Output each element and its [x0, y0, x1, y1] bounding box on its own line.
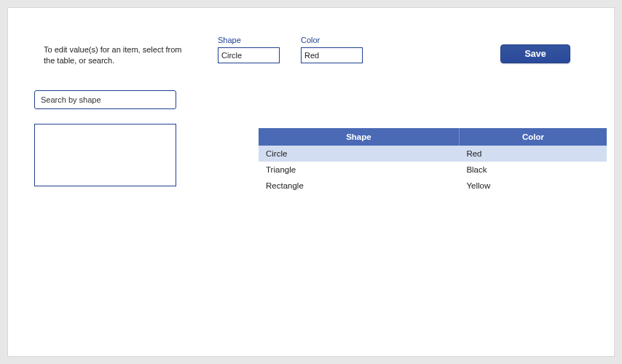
- table-cell-shape: Rectangle: [259, 178, 459, 194]
- color-label: Color: [301, 36, 363, 44]
- table-cell-color: Yellow: [459, 178, 607, 194]
- instructions-text: To edit value(s) for an item, select fro…: [44, 44, 182, 66]
- table-cell-shape: Circle: [259, 146, 459, 162]
- save-button[interactable]: Save: [500, 44, 570, 63]
- color-field-group: Color: [301, 36, 363, 63]
- table-cell-shape: Triangle: [259, 162, 459, 178]
- items-table: Shape Color Circle Red Triangle Black Re…: [259, 128, 607, 194]
- table-header-shape: Shape: [259, 128, 459, 146]
- table-header-color: Color: [459, 128, 607, 146]
- shape-input[interactable]: [218, 47, 280, 63]
- search-input[interactable]: [34, 90, 176, 109]
- table-row[interactable]: Triangle Black: [259, 162, 607, 178]
- search-results-list[interactable]: [34, 124, 176, 186]
- app-canvas: To edit value(s) for an item, select fro…: [7, 7, 615, 357]
- table-row[interactable]: Circle Red: [259, 146, 607, 162]
- shape-label: Shape: [218, 36, 280, 44]
- table-cell-color: Black: [459, 162, 607, 178]
- color-input[interactable]: [301, 47, 363, 63]
- table-header-row: Shape Color: [259, 128, 607, 146]
- table-row[interactable]: Rectangle Yellow: [259, 178, 607, 194]
- table-cell-color: Red: [459, 146, 607, 162]
- shape-field-group: Shape: [218, 36, 280, 63]
